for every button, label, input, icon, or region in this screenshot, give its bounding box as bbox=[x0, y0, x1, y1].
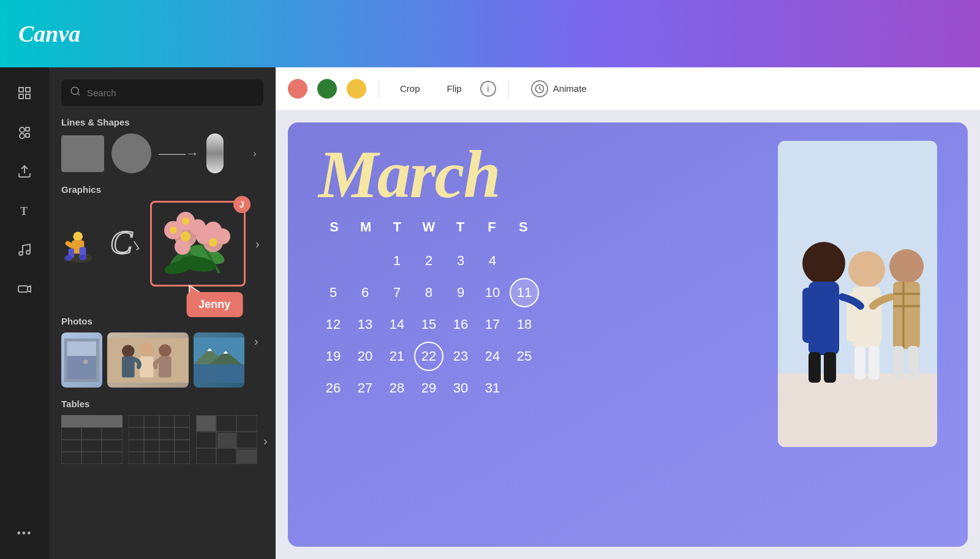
cal-day-25: 25 bbox=[510, 342, 539, 371]
photo-frame bbox=[778, 141, 937, 447]
search-icon bbox=[70, 86, 81, 100]
svg-rect-2 bbox=[19, 94, 23, 99]
svg-point-35 bbox=[205, 222, 222, 239]
table-preview-3[interactable] bbox=[196, 415, 257, 467]
svg-rect-1 bbox=[26, 88, 30, 92]
info-icon[interactable]: i bbox=[480, 81, 496, 97]
collaborator-badge: J bbox=[233, 196, 251, 213]
svg-rect-95 bbox=[893, 282, 920, 349]
shapes-more-btn[interactable]: › bbox=[246, 145, 263, 162]
landscape-photo[interactable] bbox=[194, 332, 244, 388]
search-bar[interactable] bbox=[61, 80, 263, 106]
cal-day-30: 30 bbox=[446, 373, 475, 403]
svg-rect-77 bbox=[217, 433, 236, 448]
table-preview-1[interactable] bbox=[61, 415, 123, 467]
day-header-f: F bbox=[476, 214, 507, 240]
svg-rect-0 bbox=[19, 88, 23, 92]
canva-logo: Canva bbox=[18, 20, 80, 47]
svg-point-8 bbox=[19, 252, 23, 255]
day-header-s2: S bbox=[508, 214, 539, 240]
cal-day-11: 11 bbox=[510, 278, 539, 307]
svg-point-19 bbox=[79, 255, 86, 260]
calendar-header: March S M T W T F S bbox=[318, 141, 937, 447]
letter-c-graphic[interactable]: C bbox=[105, 216, 143, 271]
svg-rect-99 bbox=[893, 346, 904, 380]
cal-day-5: 5 bbox=[318, 278, 348, 307]
color-swatch-yellow[interactable] bbox=[347, 79, 366, 99]
svg-point-29 bbox=[181, 231, 190, 241]
svg-rect-3 bbox=[26, 94, 30, 99]
graphics-more-btn[interactable]: › bbox=[252, 235, 263, 252]
cal-day-3: 3 bbox=[446, 246, 475, 276]
circle-shape[interactable] bbox=[111, 133, 151, 173]
calendar-grid: S M T W T F S 1 2 bbox=[318, 214, 539, 403]
svg-point-45 bbox=[122, 345, 135, 358]
elements-icon[interactable] bbox=[11, 80, 38, 107]
left-panel: Lines & Shapes ——→ › Graphics bbox=[49, 67, 276, 559]
shapes-grid: ——→ › bbox=[61, 133, 263, 173]
text-icon[interactable]: T bbox=[11, 197, 38, 224]
cal-day-empty-4 bbox=[510, 373, 539, 403]
more-icon[interactable]: ••• bbox=[11, 520, 38, 547]
cal-day-27: 27 bbox=[350, 373, 380, 403]
svg-point-9 bbox=[26, 250, 30, 254]
calendar-canvas: March S M T W T F S bbox=[288, 122, 968, 547]
svg-rect-43 bbox=[67, 341, 97, 356]
toolbar-divider-2 bbox=[508, 80, 509, 98]
cal-day-21: 21 bbox=[382, 342, 412, 371]
cal-day-16: 16 bbox=[446, 310, 475, 339]
cal-day-28: 28 bbox=[382, 373, 412, 403]
svg-point-88 bbox=[848, 251, 885, 288]
cal-day-12: 12 bbox=[318, 310, 348, 339]
svg-rect-100 bbox=[908, 346, 919, 380]
music-icon[interactable] bbox=[11, 236, 38, 263]
calendar-body: 1 2 3 4 5 6 7 8 9 10 11 bbox=[318, 246, 539, 403]
people-photo[interactable] bbox=[107, 332, 189, 388]
svg-rect-93 bbox=[869, 346, 880, 380]
animate-button[interactable]: Animate bbox=[521, 75, 597, 102]
tables-more-btn[interactable]: › bbox=[263, 432, 268, 449]
color-swatch-pink[interactable] bbox=[288, 79, 307, 99]
photos-more-btn[interactable]: › bbox=[249, 332, 263, 350]
canvas-area: Crop Flip i Animate March bbox=[276, 67, 980, 559]
cal-day-20: 20 bbox=[350, 342, 380, 371]
crop-button[interactable]: Crop bbox=[391, 78, 429, 99]
cal-day-empty-3 bbox=[510, 246, 539, 276]
svg-point-82 bbox=[802, 242, 845, 285]
arrow-shape[interactable]: ——→ bbox=[159, 146, 199, 162]
search-input[interactable] bbox=[87, 88, 255, 98]
svg-rect-10 bbox=[18, 286, 28, 292]
svg-point-31 bbox=[170, 227, 177, 234]
toolbar: Crop Flip i Animate bbox=[276, 67, 980, 110]
flower-graphic[interactable] bbox=[150, 201, 246, 287]
svg-rect-76 bbox=[197, 416, 216, 431]
figure-graphic[interactable] bbox=[61, 216, 99, 271]
upload-icon[interactable] bbox=[11, 158, 38, 185]
day-header-t1: T bbox=[382, 214, 413, 240]
cal-day-17: 17 bbox=[478, 310, 507, 339]
pill-shape[interactable] bbox=[206, 133, 224, 173]
cal-day-4: 4 bbox=[478, 246, 507, 276]
tables-title: Tables bbox=[61, 399, 263, 409]
cal-day-15: 15 bbox=[414, 310, 443, 339]
lines-shapes-title: Lines & Shapes bbox=[61, 117, 263, 127]
cal-day-10: 10 bbox=[478, 278, 507, 307]
apps-icon[interactable] bbox=[11, 119, 38, 146]
flower-graphic-container: J Jenny bbox=[150, 201, 246, 287]
cal-day-empty-1 bbox=[318, 246, 348, 276]
svg-rect-4 bbox=[26, 127, 29, 131]
color-swatch-green[interactable] bbox=[317, 79, 337, 99]
rectangle-shape[interactable] bbox=[61, 135, 104, 172]
cal-day-9: 9 bbox=[446, 278, 475, 307]
video-icon[interactable] bbox=[11, 276, 38, 302]
flip-button[interactable]: Flip bbox=[439, 78, 470, 99]
lines-shapes-section: Lines & Shapes ——→ › bbox=[61, 117, 263, 173]
svg-rect-52 bbox=[194, 364, 244, 383]
svg-marker-11 bbox=[28, 286, 31, 292]
svg-rect-81 bbox=[778, 373, 937, 447]
table-preview-2[interactable] bbox=[129, 415, 190, 467]
svg-point-49 bbox=[159, 344, 172, 357]
sidebar-icons: T ••• bbox=[0, 67, 49, 559]
door-photo[interactable] bbox=[61, 332, 102, 388]
cal-day-13: 13 bbox=[350, 310, 380, 339]
